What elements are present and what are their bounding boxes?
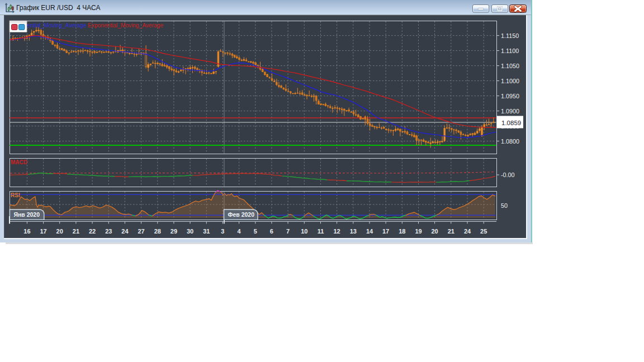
svg-text:Янв 2020: Янв 2020 (13, 211, 40, 218)
svg-text:4: 4 (238, 228, 242, 235)
svg-text:12: 12 (333, 228, 340, 235)
svg-text:MACD: MACD (11, 159, 27, 165)
svg-text:1.1100: 1.1100 (501, 47, 519, 54)
svg-text:RSI: RSI (11, 192, 20, 198)
svg-text:6: 6 (270, 228, 273, 235)
svg-text:1.1000: 1.1000 (501, 78, 519, 84)
svg-text:29: 29 (171, 228, 177, 235)
svg-text:Фев 2020: Фев 2020 (228, 211, 255, 218)
svg-text:14: 14 (366, 228, 373, 235)
svg-text:10: 10 (301, 228, 307, 235)
svg-text:22: 22 (89, 228, 96, 235)
svg-text:1.1050: 1.1050 (501, 63, 519, 69)
svg-text:19: 19 (415, 228, 422, 235)
svg-text:17: 17 (382, 228, 389, 235)
svg-text:1.0800: 1.0800 (501, 138, 519, 145)
svg-text:3: 3 (221, 228, 224, 235)
svg-text:50: 50 (501, 202, 508, 209)
svg-text:27: 27 (138, 228, 144, 235)
svg-text:1.1150: 1.1150 (501, 32, 519, 39)
svg-text:20: 20 (56, 228, 63, 235)
svg-text:31: 31 (203, 228, 210, 235)
svg-text:7: 7 (286, 228, 290, 235)
svg-text:18: 18 (399, 228, 405, 235)
svg-text:28: 28 (154, 228, 161, 235)
svg-text:5: 5 (254, 228, 257, 235)
svg-text:23: 23 (105, 228, 112, 235)
svg-text:25: 25 (480, 228, 487, 235)
svg-text:24: 24 (121, 228, 129, 235)
svg-text:1.0900: 1.0900 (501, 108, 519, 115)
svg-text:20: 20 (431, 228, 438, 235)
svg-text:1.0950: 1.0950 (501, 93, 519, 99)
svg-text:21: 21 (448, 228, 454, 235)
svg-text:Exponential_Moving_Average: Exponential_Moving_Average (88, 22, 164, 28)
svg-text:30: 30 (187, 228, 193, 235)
svg-text:24: 24 (464, 228, 471, 235)
svg-text:17: 17 (40, 228, 46, 235)
svg-text:21: 21 (73, 228, 79, 235)
svg-text:1.0859: 1.0859 (501, 120, 521, 126)
svg-text:11: 11 (318, 228, 324, 235)
svg-text:16: 16 (23, 228, 30, 235)
svg-text:13: 13 (350, 228, 357, 235)
svg-text:-0.00: -0.00 (501, 172, 515, 178)
